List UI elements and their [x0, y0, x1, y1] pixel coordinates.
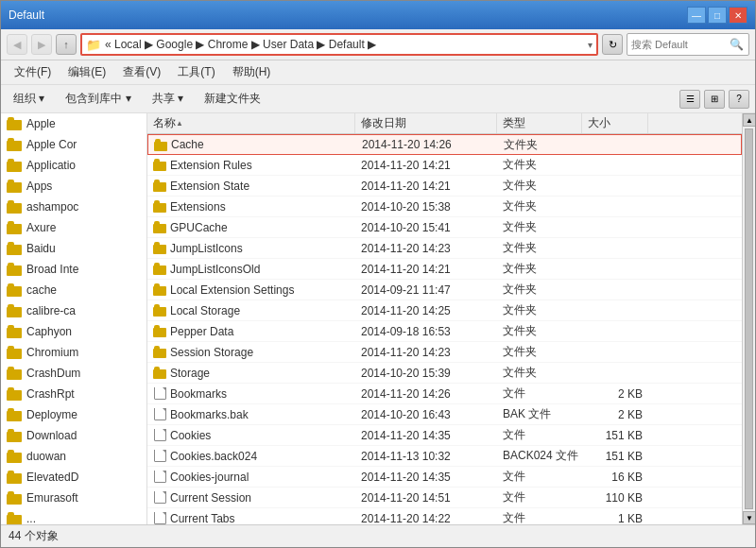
scroll-thumb[interactable]	[745, 128, 753, 509]
table-row[interactable]: Bookmarks.bak 2014-10-20 16:43 BAK 文件 2 …	[147, 404, 742, 425]
sidebar-item-11[interactable]: Chromium	[1, 342, 146, 363]
table-row[interactable]: Cookies 2014-11-20 14:35 文件 151 KB	[147, 425, 742, 446]
new-folder-button[interactable]: 新建文件夹	[198, 88, 267, 110]
sidebar-item-9[interactable]: calibre-ca	[1, 300, 146, 321]
file-name-cell: Bookmarks	[147, 387, 355, 401]
view-list-button[interactable]: ☰	[679, 90, 700, 109]
table-row[interactable]: GPUCache 2014-10-20 15:41 文件夹	[147, 217, 742, 238]
sidebar-item-12[interactable]: CrashDum	[1, 363, 146, 384]
table-row[interactable]: JumpListIconsOld 2014-11-20 14:21 文件夹	[147, 259, 742, 280]
address-dropdown-icon[interactable]: ▾	[588, 40, 593, 50]
file-name-cell: JumpListIconsOld	[147, 263, 355, 276]
file-date-cell: 2014-11-20 14:21	[355, 180, 497, 193]
up-button[interactable]: ↑	[56, 34, 77, 55]
table-row[interactable]: Bookmarks 2014-11-20 14:26 文件 2 KB	[147, 384, 742, 404]
menu-file[interactable]: 文件(F)	[7, 62, 59, 82]
maximize-button[interactable]: □	[708, 7, 727, 24]
col-header-name[interactable]: 名称 ▲	[147, 113, 355, 133]
folder-icon	[7, 263, 22, 276]
back-button[interactable]: ◀	[7, 34, 27, 55]
sidebar-item-6[interactable]: Baidu	[1, 238, 146, 259]
scroll-down-arrow[interactable]: ▼	[743, 511, 755, 524]
forward-button[interactable]: ▶	[31, 34, 52, 55]
table-row[interactable]: Extension State 2014-11-20 14:21 文件夹	[147, 176, 742, 197]
file-name-cell: Session Storage	[147, 346, 355, 359]
menu-tools[interactable]: 工具(T)	[170, 62, 222, 82]
file-name-cell: Cookies.back024	[147, 450, 355, 463]
view-details-button[interactable]: ⊞	[704, 90, 725, 109]
search-bar[interactable]: 🔍	[627, 33, 749, 56]
file-area: 名称 ▲ 修改日期 类型 大小 Cache 2014-11-	[147, 113, 742, 524]
file-size-cell: 16 KB	[582, 471, 648, 484]
file-date-cell: 2014-11-20 14:26	[356, 138, 498, 151]
organize-button[interactable]: 组织 ▾	[7, 88, 51, 110]
file-type-cell: 文件夹	[497, 157, 582, 173]
sidebar-item-4[interactable]: ashampoc	[1, 197, 146, 217]
address-bar[interactable]: 📁 « Local ▶ Google ▶ Chrome ▶ User Data …	[80, 33, 598, 56]
file-name-cell: Current Tabs	[147, 512, 355, 525]
sidebar-item-17[interactable]: ElevatedD	[1, 467, 146, 488]
sidebar-item-19[interactable]: ...	[1, 508, 146, 524]
sidebar-item-5[interactable]: Axure	[1, 217, 146, 238]
sidebar-item-14[interactable]: Deployme	[1, 404, 146, 425]
scroll-up-arrow[interactable]: ▲	[743, 113, 755, 127]
file-date-cell: 2014-10-20 15:41	[355, 221, 497, 234]
table-row[interactable]: Session Storage 2014-11-20 14:23 文件夹	[147, 342, 742, 363]
right-scrollbar[interactable]: ▲ ▼	[742, 113, 755, 524]
folder-icon	[7, 117, 22, 130]
sidebar-item-13[interactable]: CrashRpt	[1, 384, 146, 404]
file-type-cell: BACK024 文件	[497, 448, 582, 464]
address-bar-area: ◀ ▶ ↑ 📁 « Local ▶ Google ▶ Chrome ▶ User…	[1, 29, 755, 60]
minimize-button[interactable]: —	[687, 7, 706, 24]
table-row[interactable]: Extensions 2014-10-20 15:38 文件夹	[147, 197, 742, 217]
file-date-cell: 2014-11-20 14:26	[355, 387, 497, 401]
file-name-cell: Extension State	[147, 180, 355, 193]
close-button[interactable]: ✕	[729, 7, 747, 24]
title-bar: Default — □ ✕	[1, 1, 755, 29]
col-header-type[interactable]: 类型	[497, 113, 582, 133]
file-date-cell: 2014-10-20 15:39	[355, 367, 497, 380]
share-button[interactable]: 共享 ▾	[146, 88, 190, 110]
sidebar-item-16[interactable]: duowan	[1, 446, 146, 467]
sidebar-item-15[interactable]: Download	[1, 425, 146, 446]
sidebar-item-3[interactable]: Apps	[1, 176, 146, 197]
table-row[interactable]: Cookies.back024 2014-11-13 10:32 BACK024…	[147, 446, 742, 467]
file-list: Cache 2014-11-20 14:26 文件夹 Extension Rul…	[147, 134, 742, 524]
folder-icon	[153, 180, 166, 192]
sidebar-item-0[interactable]: Apple	[1, 113, 146, 134]
search-icon[interactable]: 🔍	[730, 38, 744, 51]
menu-help[interactable]: 帮助(H)	[225, 62, 279, 82]
menu-edit[interactable]: 编辑(E)	[60, 62, 113, 82]
sidebar-item-1[interactable]: Apple Cor	[1, 134, 146, 155]
sidebar-item-7[interactable]: Broad Inte	[1, 259, 146, 280]
file-date-cell: 2014-11-20 14:21	[355, 263, 497, 276]
sidebar-item-8[interactable]: cache	[1, 280, 146, 300]
sidebar-item-18[interactable]: Emurasoft	[1, 488, 146, 508]
refresh-button[interactable]: ↻	[602, 34, 623, 55]
sidebar-item-10[interactable]: Caphyon	[1, 321, 146, 342]
table-row[interactable]: Pepper Data 2014-09-18 16:53 文件夹	[147, 321, 742, 342]
file-size-cell: 2 KB	[582, 387, 648, 401]
menu-view[interactable]: 查看(V)	[115, 62, 168, 82]
table-row[interactable]: Local Extension Settings 2014-09-21 11:4…	[147, 280, 742, 300]
file-date-cell: 2014-10-20 15:38	[355, 200, 497, 214]
col-header-date[interactable]: 修改日期	[355, 113, 497, 133]
file-type-cell: 文件	[497, 427, 582, 443]
col-header-size[interactable]: 大小	[582, 113, 648, 133]
table-row[interactable]: Storage 2014-10-20 15:39 文件夹	[147, 363, 742, 384]
file-icon	[153, 450, 166, 462]
file-size-cell: 151 KB	[582, 450, 648, 463]
folder-icon	[154, 139, 167, 151]
help-button[interactable]: ?	[729, 90, 749, 109]
include-library-button[interactable]: 包含到库中 ▾	[59, 88, 137, 110]
table-row[interactable]: Cookies-journal 2014-11-20 14:35 文件 16 K…	[147, 467, 742, 488]
search-input[interactable]	[631, 39, 726, 50]
file-name-cell: Current Session	[147, 491, 355, 505]
table-row[interactable]: Current Session 2014-11-20 14:51 文件 110 …	[147, 488, 742, 508]
table-row[interactable]: Local Storage 2014-11-20 14:25 文件夹	[147, 300, 742, 321]
table-row[interactable]: Current Tabs 2014-11-20 14:22 文件 1 KB	[147, 508, 742, 524]
table-row[interactable]: Extension Rules 2014-11-20 14:21 文件夹	[147, 155, 742, 176]
table-row[interactable]: Cache 2014-11-20 14:26 文件夹	[147, 134, 742, 155]
sidebar-item-2[interactable]: Applicatio	[1, 155, 146, 176]
table-row[interactable]: JumpListIcons 2014-11-20 14:23 文件夹	[147, 238, 742, 259]
